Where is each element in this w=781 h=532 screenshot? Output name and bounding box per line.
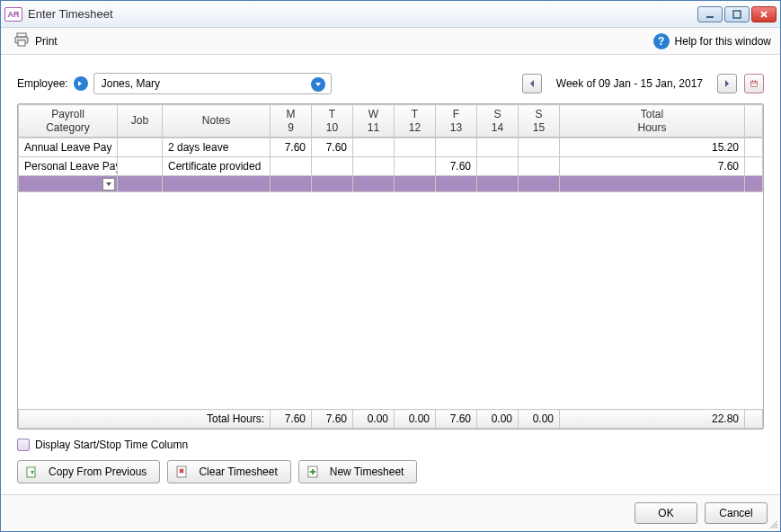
total-day: 0.00 bbox=[353, 410, 395, 429]
header-row: Payroll Category Job Notes M9 T10 W11 T1… bbox=[19, 105, 763, 137]
cell-hours[interactable] bbox=[519, 157, 560, 176]
toolbar: Print ? Help for this window bbox=[1, 28, 780, 55]
clear-timesheet-button[interactable]: Clear Timesheet bbox=[167, 460, 290, 483]
employee-row: Employee: Jones, Mary Week of 09 Jan - 1… bbox=[17, 73, 764, 94]
cell-hours[interactable] bbox=[353, 138, 395, 157]
cell-hours[interactable] bbox=[477, 157, 519, 176]
titlebar: AR Enter Timesheet bbox=[1, 1, 780, 28]
col-day-sat[interactable]: S14 bbox=[477, 105, 519, 137]
cell-hours[interactable] bbox=[271, 157, 312, 176]
totals-row: Total Hours: 7.60 7.60 0.00 0.00 7.60 0.… bbox=[19, 410, 763, 429]
copy-from-previous-button[interactable]: Copy From Previous bbox=[17, 460, 160, 483]
maximize-button[interactable] bbox=[724, 6, 750, 22]
col-day-wed[interactable]: W11 bbox=[353, 105, 395, 137]
col-total-hours[interactable]: Total Hours bbox=[560, 105, 745, 137]
total-day: 0.00 bbox=[477, 410, 519, 429]
dialog-footer: OK Cancel bbox=[1, 494, 780, 531]
cell-row-total: 7.60 bbox=[560, 157, 745, 176]
help-icon: ? bbox=[653, 33, 670, 49]
cell-hours[interactable] bbox=[477, 138, 519, 157]
cancel-button[interactable]: Cancel bbox=[705, 502, 768, 524]
total-day: 0.00 bbox=[395, 410, 436, 429]
close-button[interactable] bbox=[751, 6, 777, 22]
svg-rect-9 bbox=[27, 467, 35, 477]
svg-rect-5 bbox=[751, 81, 758, 86]
new-icon bbox=[306, 465, 321, 479]
col-job[interactable]: Job bbox=[118, 105, 163, 137]
window-title: Enter Timesheet bbox=[28, 7, 697, 21]
cell-hours[interactable] bbox=[519, 138, 560, 157]
total-day: 7.60 bbox=[271, 410, 312, 429]
new-row[interactable] bbox=[19, 176, 763, 192]
col-payroll-category[interactable]: Payroll Category bbox=[19, 105, 118, 137]
employee-label: Employee: bbox=[17, 77, 68, 90]
week-next-button[interactable] bbox=[717, 74, 737, 93]
print-icon bbox=[13, 31, 30, 50]
app-icon: AR bbox=[4, 7, 22, 22]
cell-category[interactable]: Annual Leave Pay bbox=[19, 138, 118, 157]
cell-job[interactable] bbox=[118, 157, 163, 176]
checkbox-label: Display Start/Stop Time Column bbox=[35, 439, 188, 451]
cell-hours[interactable] bbox=[395, 138, 436, 157]
employee-input[interactable]: Jones, Mary bbox=[93, 73, 332, 94]
total-day: 7.60 bbox=[312, 410, 353, 429]
resize-grip[interactable] bbox=[768, 519, 778, 529]
cell-hours[interactable]: 7.60 bbox=[436, 157, 477, 176]
cell-job[interactable] bbox=[118, 138, 163, 157]
table-row[interactable]: Personal Leave Pay Certificate provided … bbox=[19, 157, 763, 176]
cell-hours[interactable] bbox=[436, 138, 477, 157]
employee-lookup-icon[interactable] bbox=[74, 76, 88, 91]
cell-hours[interactable]: 7.60 bbox=[271, 138, 312, 157]
col-scrollbar-header bbox=[745, 105, 763, 137]
print-button[interactable]: Print bbox=[10, 30, 61, 52]
cell-notes[interactable]: Certificate provided bbox=[163, 157, 271, 176]
total-day: 0.00 bbox=[519, 410, 560, 429]
checkbox-icon bbox=[17, 439, 30, 451]
cell-hours[interactable]: 7.60 bbox=[312, 138, 353, 157]
col-notes[interactable]: Notes bbox=[163, 105, 271, 137]
svg-rect-7 bbox=[752, 80, 753, 82]
svg-rect-2 bbox=[17, 33, 26, 37]
new-timesheet-button[interactable]: New Timesheet bbox=[298, 460, 418, 483]
svg-rect-0 bbox=[706, 16, 714, 18]
print-label: Print bbox=[35, 35, 58, 48]
minimize-button[interactable] bbox=[697, 6, 723, 22]
svg-rect-4 bbox=[18, 40, 25, 46]
help-label: Help for this window bbox=[675, 35, 771, 48]
employee-dropdown-icon[interactable] bbox=[311, 77, 325, 92]
ok-button[interactable]: OK bbox=[635, 502, 697, 524]
total-day: 7.60 bbox=[436, 410, 477, 429]
week-prev-button[interactable] bbox=[522, 74, 542, 93]
svg-rect-8 bbox=[755, 80, 756, 82]
enter-timesheet-window: AR Enter Timesheet Print ? Help for this… bbox=[0, 0, 781, 532]
display-start-stop-checkbox[interactable]: Display Start/Stop Time Column bbox=[17, 439, 764, 451]
cell-hours[interactable] bbox=[353, 157, 395, 176]
week-label: Week of 09 Jan - 15 Jan, 2017 bbox=[549, 77, 710, 90]
clear-icon bbox=[175, 465, 190, 479]
col-day-mon[interactable]: M9 bbox=[271, 105, 312, 137]
category-dropdown-icon[interactable] bbox=[102, 178, 115, 191]
cell-category[interactable]: Personal Leave Pay bbox=[19, 157, 118, 176]
calendar-button[interactable] bbox=[744, 74, 764, 93]
cell-hours[interactable] bbox=[395, 157, 436, 176]
grand-total: 22.80 bbox=[560, 410, 745, 429]
col-day-thu[interactable]: T12 bbox=[395, 105, 436, 137]
svg-rect-1 bbox=[733, 11, 741, 18]
col-day-tue[interactable]: T10 bbox=[312, 105, 353, 137]
col-day-fri[interactable]: F13 bbox=[436, 105, 477, 137]
totals-label: Total Hours: bbox=[19, 410, 271, 429]
table-row[interactable]: Annual Leave Pay 2 days leave 7.60 7.60 … bbox=[19, 138, 763, 157]
cell-hours[interactable] bbox=[312, 157, 353, 176]
col-day-sun[interactable]: S15 bbox=[519, 105, 560, 137]
employee-name: Jones, Mary bbox=[102, 77, 160, 90]
copy-icon bbox=[25, 465, 40, 479]
timesheet-grid: Payroll Category Job Notes M9 T10 W11 T1… bbox=[17, 103, 764, 430]
cell-notes[interactable]: 2 days leave bbox=[163, 138, 271, 157]
cell-row-total: 15.20 bbox=[560, 138, 745, 157]
help-link[interactable]: ? Help for this window bbox=[653, 33, 771, 49]
